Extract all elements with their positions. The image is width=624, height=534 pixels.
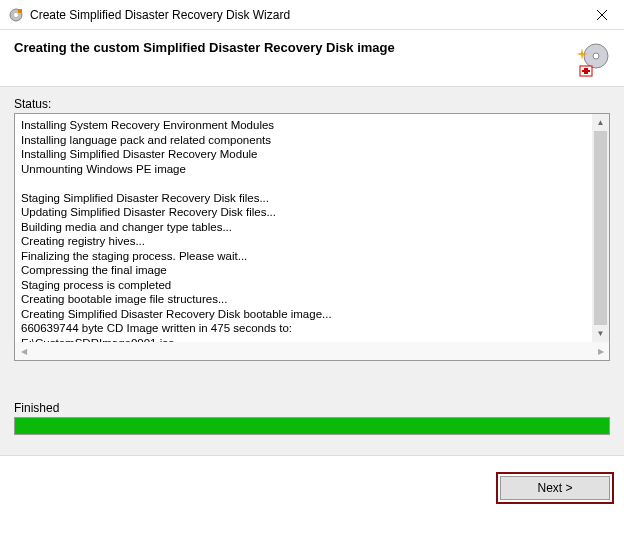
- status-log-box: Installing System Recovery Environment M…: [14, 113, 610, 361]
- wizard-header: Creating the custom Simplified Disaster …: [0, 30, 624, 86]
- scroll-up-arrow[interactable]: ▲: [592, 114, 609, 131]
- status-label: Status:: [14, 97, 610, 111]
- window-title: Create Simplified Disaster Recovery Disk…: [30, 8, 579, 22]
- app-icon: [8, 7, 24, 23]
- page-title: Creating the custom Simplified Disaster …: [14, 40, 395, 55]
- svg-rect-10: [582, 70, 590, 72]
- footer: Next >: [0, 456, 624, 514]
- scroll-down-arrow[interactable]: ▼: [592, 325, 609, 342]
- scroll-thumb[interactable]: [594, 131, 607, 325]
- progress-label: Finished: [14, 401, 610, 415]
- svg-rect-2: [18, 9, 22, 13]
- progress-section: Finished: [14, 401, 610, 435]
- progress-bar: [14, 417, 610, 435]
- content-area: Status: Installing System Recovery Envir…: [0, 86, 624, 456]
- svg-point-6: [593, 53, 599, 59]
- next-button[interactable]: Next >: [500, 476, 610, 500]
- horizontal-scrollbar[interactable]: ◀ ▶: [15, 342, 609, 360]
- wizard-icon: [566, 40, 610, 80]
- status-log-text: Installing System Recovery Environment M…: [15, 114, 609, 360]
- svg-point-1: [14, 13, 18, 17]
- scroll-left-arrow[interactable]: ◀: [15, 343, 32, 360]
- close-button[interactable]: [579, 0, 624, 30]
- scroll-right-arrow[interactable]: ▶: [592, 343, 609, 360]
- vertical-scrollbar[interactable]: ▲ ▼: [592, 114, 609, 342]
- titlebar: Create Simplified Disaster Recovery Disk…: [0, 0, 624, 30]
